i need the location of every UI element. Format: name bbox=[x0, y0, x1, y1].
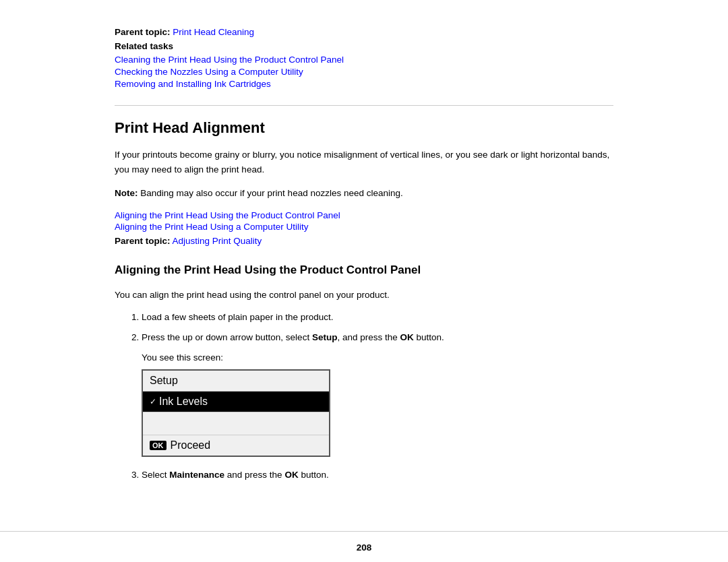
step-2-setup-bold: Setup bbox=[312, 332, 338, 342]
step-2-ok-bold: OK bbox=[400, 332, 413, 342]
steps-list: Load a few sheets of plain paper in the … bbox=[142, 310, 613, 344]
sub-intro: You can align the print head using the c… bbox=[115, 288, 613, 303]
note-paragraph: Note: Banding may also occur if your pri… bbox=[115, 186, 613, 201]
parent-topic-link[interactable]: Print Head Cleaning bbox=[173, 27, 254, 37]
top-meta: Parent topic: Print Head Cleaning Relate… bbox=[115, 27, 613, 89]
related-tasks-label: Related tasks bbox=[115, 41, 613, 51]
inline-link-2[interactable]: Aligning the Print Head Using a Computer… bbox=[115, 222, 613, 232]
screen-row-empty bbox=[143, 412, 329, 435]
screen-row-setup: Setup bbox=[143, 371, 329, 392]
related-link-item: Removing and Installing Ink Cartridges bbox=[115, 78, 613, 89]
checkmark-icon: ✓ bbox=[150, 397, 156, 406]
note-text: Banding may also occur if your print hea… bbox=[140, 188, 402, 198]
step-3-ok-bold: OK bbox=[284, 470, 298, 480]
related-link-3[interactable]: Removing and Installing Ink Cartridges bbox=[115, 79, 271, 89]
inline-link-1[interactable]: Aligning the Print Head Using the Produc… bbox=[115, 210, 613, 220]
screen-caption: You see this screen: bbox=[142, 352, 613, 363]
screen-proceed-text: Proceed bbox=[171, 439, 211, 451]
step-3-maintenance-bold: Maintenance bbox=[169, 470, 224, 480]
parent-topic-line: Parent topic: Print Head Cleaning bbox=[115, 27, 613, 37]
related-link-1[interactable]: Cleaning the Print Head Using the Produc… bbox=[115, 55, 344, 65]
sub-heading: Aligning the Print Head Using the Produc… bbox=[115, 262, 613, 278]
steps-list-continued: Select Maintenance and press the OK butt… bbox=[142, 468, 613, 482]
parent-topic-label: Parent topic: bbox=[115, 27, 171, 37]
step-2: Press the up or down arrow button, selec… bbox=[142, 330, 613, 345]
main-heading: Print Head Alignment bbox=[115, 119, 613, 137]
inline-links: Aligning the Print Head Using the Produc… bbox=[115, 210, 613, 232]
parent-topic-bottom-link[interactable]: Adjusting Print Quality bbox=[173, 236, 262, 246]
screen-ink-levels-text: Ink Levels bbox=[159, 396, 208, 408]
main-body-paragraph: If your printouts become grainy or blurr… bbox=[115, 148, 613, 177]
main-section: Print Head Alignment If your printouts b… bbox=[115, 119, 613, 246]
screen-setup-text: Setup bbox=[150, 375, 178, 386]
parent-topic-bottom: Parent topic: Adjusting Print Quality bbox=[115, 236, 613, 246]
step-1: Load a few sheets of plain paper in the … bbox=[142, 310, 613, 325]
related-link-item: Cleaning the Print Head Using the Produc… bbox=[115, 54, 613, 65]
page-footer: 208 bbox=[0, 531, 728, 562]
step-3: Select Maintenance and press the OK butt… bbox=[142, 468, 613, 482]
screen-row-proceed: OK Proceed bbox=[143, 435, 329, 456]
step-1-text: Load a few sheets of plain paper in the … bbox=[142, 312, 333, 322]
sub-section: Aligning the Print Head Using the Produc… bbox=[115, 262, 613, 482]
note-label: Note: bbox=[115, 188, 138, 198]
related-link-item: Checking the Nozzles Using a Computer Ut… bbox=[115, 66, 613, 77]
ok-badge: OK bbox=[150, 441, 166, 450]
page-number: 208 bbox=[357, 542, 372, 553]
section-divider bbox=[115, 105, 613, 106]
screen-row-ink-levels: ✓ Ink Levels bbox=[143, 392, 329, 412]
related-links-list: Cleaning the Print Head Using the Produc… bbox=[115, 54, 613, 89]
related-link-2[interactable]: Checking the Nozzles Using a Computer Ut… bbox=[115, 67, 303, 77]
parent-topic-bottom-label: Parent topic: bbox=[115, 236, 171, 246]
device-screen: Setup ✓ Ink Levels OK Proceed bbox=[142, 369, 330, 457]
